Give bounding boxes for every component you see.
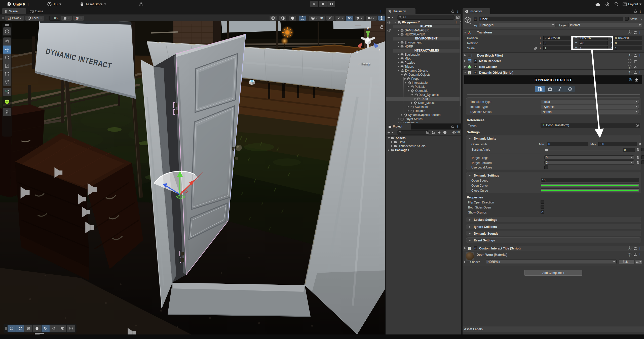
help-icon[interactable]: ? [628,30,631,34]
lighting-toggle[interactable] [299,15,306,21]
grid-visibility-toggle[interactable] [24,325,32,332]
lever-type-tab[interactable] [555,86,565,92]
dynamic-sounds-group[interactable]: Dynamic Sounds [466,231,641,236]
use-local-axes-checkbox[interactable] [544,165,548,169]
hierarchy-item-puzzles[interactable]: Puzzles [386,61,461,65]
shader-edit-button[interactable]: Edit... [619,260,634,264]
pick-tool-button[interactable] [3,88,11,96]
project-lock-button[interactable] [451,124,454,128]
dynamic-object-checkbox[interactable]: ✓ [474,71,477,74]
foldout-open-icon[interactable] [411,94,413,96]
joint-tool-button[interactable] [3,108,11,116]
hierarchy-item-dynamicobjects[interactable]: DynamicObjects [386,73,461,77]
hierarchy-item-zombie-ai[interactable]: Zombie AI [386,121,461,123]
2d-mode-toggle[interactable]: 2D [318,15,325,21]
transform-tool-button[interactable] [3,78,11,86]
project-picker-button[interactable] [426,131,430,135]
hierarchy-menu-button[interactable]: ⋮ [456,9,459,13]
foldout-open-icon[interactable] [401,74,403,75]
overlay-settings-toggle[interactable] [16,325,24,332]
asset-store-menu[interactable]: Asset Store [80,0,106,8]
foldout-closed-icon[interactable] [388,149,389,151]
help-icon[interactable]: ? [628,253,631,257]
scale-y-field[interactable]: 1 [579,46,608,50]
hierarchy-item-door-mouse[interactable]: Door_Mouse [386,101,461,105]
foldout-open-icon[interactable] [469,175,471,176]
hierarchy-item-equippable[interactable]: Equippable [386,53,461,57]
scale-tool-button[interactable] [3,62,11,70]
hierarchy-item-props[interactable]: Props [386,77,461,81]
ignore-colliders-group[interactable]: Ignore Colliders [466,224,641,229]
both-sides-open-checkbox[interactable] [541,205,544,209]
presets-icon[interactable] [633,65,637,69]
material-preview-frame[interactable] [466,252,474,261]
foldout-closed-icon[interactable] [404,78,406,80]
target-forward-checkbox[interactable] [641,160,644,164]
hand-tool-button[interactable] [3,37,11,46]
dynamic-object-header[interactable]: # ✓ Dynamic Object (Script) ? ⋮ [463,70,644,75]
foldout-closed-icon[interactable] [398,58,399,60]
scene-camera-button[interactable] [58,325,66,332]
scene-search-button[interactable] [50,325,58,332]
valve-type-tab[interactable] [565,86,575,92]
camera-menu[interactable] [365,15,377,21]
gizmos-menu[interactable] [378,15,385,21]
particles-toggle[interactable] [42,325,50,332]
layer-dropdown[interactable]: Interact [568,23,642,27]
foldout-open-icon[interactable] [404,82,406,83]
scale-z-field[interactable]: 1 [614,46,642,50]
open-curve-field[interactable] [541,183,639,187]
hierarchy-picker-button[interactable] [456,15,460,20]
starting-angle-checkbox[interactable] [641,148,644,151]
rotate-tool-button[interactable] [3,54,11,62]
step-button[interactable] [327,1,335,7]
hierarchy-item-pullable[interactable]: Pullable [386,85,461,89]
mesh-renderer-header[interactable]: ✓ Mesh Renderer ? ⋮ [463,58,644,64]
scene-viewport[interactable]: DYNAMIC INTERACT [0,21,385,334]
project-item-assets[interactable]: Assets [386,136,461,140]
locked-settings-group[interactable]: Locked Settings [466,217,641,222]
foldout-open-icon[interactable] [388,137,390,139]
event-settings-group[interactable]: Event Settings [466,237,641,243]
foldout-closed-icon[interactable] [398,29,399,31]
max-field[interactable]: -90 [598,142,637,146]
pivot-toggle[interactable]: Pivot [5,15,24,21]
foldout-closed-icon[interactable] [398,46,399,48]
scene-panel-menu[interactable]: ⋮ [379,10,383,13]
hierarchy-item-switchable[interactable]: Switchable [386,105,461,109]
presets-icon[interactable] [633,71,637,74]
slider-knob[interactable] [545,149,548,151]
kebab-menu-icon[interactable]: ⋮ [638,246,641,250]
help-icon[interactable]: ? [628,54,631,57]
effects-toggle[interactable] [335,15,345,21]
rect-tool-button[interactable] [3,70,11,78]
grid-snap-toggle[interactable] [61,15,72,21]
kebab-menu-icon[interactable]: ⋮ [454,21,458,24]
hierarchy-item-hdrp[interactable]: HDRP [386,45,461,49]
show-gizmos-checkbox[interactable]: ✓ [541,210,544,214]
interact-type-dropdown[interactable]: Dynamic [541,105,639,109]
foldout-closed-icon[interactable] [398,66,399,68]
custom-interact-header[interactable]: # ✓ Custom Interact Title (Script) ? ⋮ [463,245,644,251]
transform-type-dropdown[interactable]: Local [541,100,639,104]
hierarchy-item-interactable[interactable]: Interactable [386,81,461,85]
foldout-open-icon[interactable] [469,138,471,139]
hierarchy-item-playground-[interactable]: Playground*⋮ [386,20,461,24]
eye-icon[interactable] [387,21,391,24]
box-collider-checkbox[interactable]: ✓ [474,65,477,68]
hierarchy-item-environment[interactable]: Environment [386,40,461,45]
foldout-closed-icon[interactable] [401,114,402,116]
swap-icon[interactable] [638,142,641,146]
presets-icon[interactable] [633,31,637,34]
audio-mute-toggle[interactable] [326,15,334,21]
presets-icon[interactable] [633,253,637,257]
account-menu[interactable]: TS [47,0,61,8]
point-cloud-toggle[interactable] [33,325,41,332]
min-field[interactable]: 0 [547,142,588,146]
directional-light-gizmo[interactable] [282,27,292,37]
foldout-closed-icon[interactable] [398,62,399,64]
foldout-open-icon[interactable] [408,90,410,92]
hierarchy-item-heroplayer[interactable]: HEROPLAYER [386,32,461,36]
increment-snap-toggle[interactable] [73,15,84,21]
shading-shaded-button[interactable] [289,15,296,21]
